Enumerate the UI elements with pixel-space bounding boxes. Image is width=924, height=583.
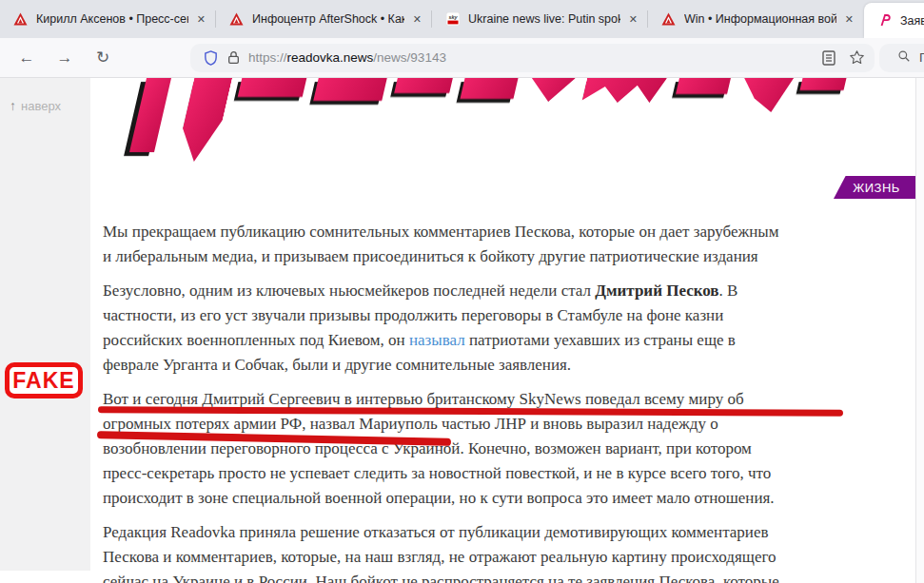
tab-aftershock-infocenter[interactable]: Инфоцентр AfterShock • Каким ✕ — [216, 0, 432, 38]
tab-close-icon[interactable]: ✕ — [842, 12, 856, 27]
aftershock-icon — [229, 12, 244, 27]
tab-close-icon[interactable]: ✕ — [194, 12, 208, 27]
back-to-top-label: наверх — [21, 99, 61, 113]
svg-text:sky: sky — [448, 14, 458, 20]
article-body: Мы прекращаем публикацию сомнительных ко… — [103, 220, 917, 583]
paragraph-text: Безусловно, одним из ключевых ньюсмейкер… — [103, 282, 595, 300]
back-icon[interactable]: ← — [15, 45, 38, 71]
shield-icon[interactable] — [203, 49, 219, 67]
readovka-icon — [877, 13, 892, 28]
article-paragraph-3: Вот и сегодня Дмитрий Сергеевич в интерв… — [103, 387, 917, 511]
search-label: Поиск — [919, 50, 924, 65]
url-path: /news/93143 — [373, 50, 446, 65]
address-bar[interactable]: https://readovka.news/news/93143 — [190, 44, 875, 72]
lock-icon[interactable] — [227, 50, 240, 65]
tab-skynews-ukraine[interactable]: sky Ukraine news live: Putin spokes ✕ — [432, 0, 648, 38]
search-input[interactable]: Поиск — [879, 44, 924, 72]
back-to-top-link[interactable]: ↑наверх — [10, 98, 61, 113]
inline-link[interactable]: называл — [409, 331, 465, 349]
url-protocol: https:// — [248, 50, 287, 65]
tab-title: Заявле — [900, 14, 924, 28]
aftershock-icon — [661, 12, 676, 27]
aftershock-icon — [13, 12, 28, 27]
bookmark-star-icon[interactable] — [849, 49, 865, 66]
reader-mode-icon[interactable] — [822, 50, 836, 66]
reload-icon[interactable]: ↻ — [91, 45, 114, 71]
tab-title: Инфоцентр AfterShock • Каким — [252, 12, 404, 26]
bold-name: Дмитрий Песков — [595, 282, 718, 300]
page-content: ↑наверх ЖИЗНЬ Мы прекращаем публикацию с… — [0, 78, 924, 583]
forward-icon[interactable]: → — [53, 45, 76, 71]
article-lede: Мы прекращаем публикацию сомнительных ко… — [103, 220, 917, 269]
tab-readovka-active[interactable]: Заявле — [864, 3, 924, 38]
arrow-up-icon: ↑ — [10, 98, 16, 113]
category-badge[interactable]: ЖИЗНЬ — [834, 176, 919, 199]
tab-bar: Кирилл Аксенов • Пресс-секр ✕ Инфоцентр … — [0, 0, 924, 38]
tab-aftershock-aksenov[interactable]: Кирилл Аксенов • Пресс-секр ✕ — [0, 0, 216, 38]
url-text[interactable]: https://readovka.news/news/93143 — [248, 50, 815, 65]
tab-aftershock-win[interactable]: Win • Информационная войн ✕ — [648, 0, 864, 38]
tab-close-icon[interactable]: ✕ — [626, 12, 640, 27]
article-paragraph-4: Редакция Readovka приняла решение отказа… — [103, 520, 917, 583]
left-sidebar — [0, 78, 90, 571]
fake-stamp: FAKE — [5, 362, 83, 398]
skynews-icon: sky — [445, 12, 460, 27]
url-domain: readovka.news — [287, 50, 374, 65]
article-paragraph-2: Безусловно, одним из ключевых ньюсмейкер… — [103, 279, 917, 378]
navigation-toolbar: ← → ↻ https://readovka.news/news/93143 — [0, 38, 924, 78]
tab-close-icon[interactable]: ✕ — [410, 12, 424, 27]
search-icon — [897, 49, 911, 66]
browser-window: Кирилл Аксенов • Пресс-секр ✕ Инфоцентр … — [0, 0, 924, 583]
scrollbar[interactable] — [915, 78, 924, 583]
tab-title: Ukraine news live: Putin spokes — [468, 12, 620, 26]
tab-title: Win • Информационная войн — [684, 12, 836, 26]
tab-title: Кирилл Аксенов • Пресс-секр — [36, 12, 188, 26]
